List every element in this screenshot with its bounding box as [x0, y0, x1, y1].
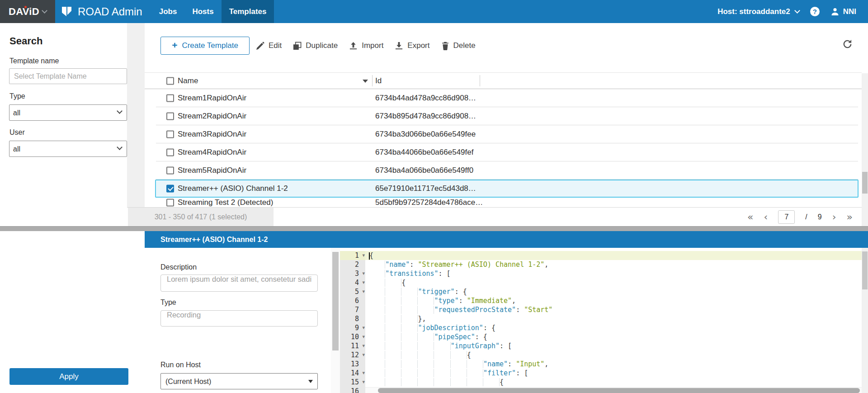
sidebar-gutter: [127, 23, 145, 207]
toolbar-actions: Edit Duplicate Import Export Delete: [256, 37, 476, 55]
type-label: Type: [160, 298, 176, 307]
table-row[interactable]: Stream4RapidOnAir6734ba44066be0a66e549fe…: [145, 143, 862, 161]
delete-label: Delete: [453, 41, 476, 50]
editor-line: 3▾ "transitions": [: [340, 269, 862, 278]
type-filter-label: Type: [9, 92, 25, 100]
row-checkbox[interactable]: [166, 95, 174, 102]
tab-hosts[interactable]: Hosts: [184, 0, 221, 23]
detail-form: Description Lorem ipsum dolor sit amet, …: [145, 248, 331, 393]
row-id: 6734b44ad478a9cc86d908…: [375, 94, 476, 103]
templates-list-panel: + Create Template Edit Duplicate Import: [145, 23, 862, 226]
row-checkbox[interactable]: [166, 199, 174, 206]
table-row[interactable]: Stream1RapidOnAir6734b44ad478a9cc86d908…: [145, 89, 862, 107]
code-line-text: "requestedProcState": "Start": [365, 305, 552, 314]
david-brand-menu[interactable]: DAViD: [0, 0, 55, 23]
edit-button[interactable]: Edit: [256, 41, 282, 50]
pagination-controls: « ‹ 7 / 9 › »: [747, 208, 853, 226]
total-pages: 9: [818, 213, 822, 221]
current-page-input[interactable]: 7: [778, 210, 795, 224]
line-number: 14▾: [340, 369, 365, 378]
user-filter-label: User: [9, 128, 25, 137]
help-icon[interactable]: ?: [810, 7, 820, 16]
pencil-icon: [256, 42, 264, 50]
fold-toggle-icon[interactable]: ▾: [362, 378, 365, 387]
template-name-input[interactable]: [9, 68, 127, 84]
fold-toggle-icon[interactable]: ▾: [362, 369, 365, 378]
table-row[interactable]: Stream3RapidOnAir6734ba3d066be0a66e549fe…: [145, 125, 862, 143]
run-on-host-select[interactable]: (Current Host): [160, 373, 318, 389]
select-all-checkbox[interactable]: [166, 77, 174, 85]
column-header-id[interactable]: Id: [375, 76, 382, 85]
road-logo-icon: [61, 5, 73, 18]
json-editor-lines: 1▾{2 "name": "Streamer++ (ASIO) Channel …: [340, 248, 862, 393]
person-icon: [830, 7, 840, 16]
panel-splitter[interactable]: [0, 226, 868, 231]
user-menu[interactable]: NNI: [830, 7, 856, 16]
tab-jobs[interactable]: Jobs: [151, 0, 185, 23]
export-button[interactable]: Export: [395, 41, 429, 50]
table-row[interactable]: Stream5RapidOnAir6734ba4a066be0a66e549ff…: [145, 161, 862, 180]
line-number: 9▾: [340, 323, 365, 332]
type-filter-select[interactable]: all: [9, 104, 127, 121]
column-header-name[interactable]: Name: [178, 76, 198, 85]
detail-scrollbar: [331, 248, 340, 393]
pagination-range: 301 - 350 of 417 (1 selected): [128, 208, 274, 226]
json-editor[interactable]: 1▾{2 "name": "Streamer++ (ASIO) Channel …: [340, 248, 868, 393]
detail-scrollbar-thumb[interactable]: [332, 252, 339, 350]
line-number: 2: [340, 260, 365, 269]
search-title: Search: [9, 35, 42, 47]
fold-toggle-icon[interactable]: ▾: [362, 341, 365, 350]
editor-hscrollbar: [365, 387, 862, 393]
editor-vscrollbar-thumb[interactable]: [862, 251, 868, 289]
tab-templates[interactable]: Templates: [222, 0, 274, 23]
import-label: Import: [362, 41, 383, 50]
line-number: 7: [340, 305, 365, 314]
row-checkbox[interactable]: [166, 185, 174, 193]
line-number: 5▾: [340, 287, 365, 296]
next-page-button[interactable]: ›: [832, 212, 836, 222]
import-button[interactable]: Import: [349, 41, 383, 50]
create-template-button[interactable]: + Create Template: [160, 37, 250, 55]
host-selector[interactable]: Host: sttroaddante2: [717, 7, 799, 16]
duplicate-label: Duplicate: [306, 41, 338, 50]
fold-toggle-icon[interactable]: ▾: [362, 323, 365, 332]
table-row[interactable]: Streamer++ (ASIO) Channel 1-265e71910e11…: [145, 180, 862, 198]
row-checkbox[interactable]: [166, 131, 174, 138]
table-row[interactable]: Streaming Test 2 (Detected)5d5bf9b972572…: [145, 198, 862, 207]
trash-icon: [441, 42, 449, 50]
row-name: Stream2RapidOnAir: [178, 112, 246, 121]
row-checkbox[interactable]: [166, 167, 174, 175]
line-number: 10▾: [340, 332, 365, 341]
first-page-button[interactable]: «: [747, 212, 753, 222]
last-page-button[interactable]: »: [847, 212, 853, 222]
editor-hscrollbar-thumb[interactable]: [378, 388, 860, 393]
code-line-text: },: [365, 314, 426, 323]
fold-toggle-icon[interactable]: ▾: [362, 332, 365, 341]
table-row[interactable]: Stream2RapidOnAir6734b895d478a9cc86d908…: [145, 107, 862, 125]
username: NNI: [843, 7, 856, 16]
duplicate-button[interactable]: Duplicate: [293, 41, 338, 50]
fold-toggle-icon[interactable]: ▾: [362, 350, 365, 360]
table-scrollbar-thumb[interactable]: [862, 172, 868, 194]
prev-page-button[interactable]: ‹: [764, 212, 768, 222]
row-checkbox[interactable]: [166, 149, 174, 156]
fold-toggle-icon[interactable]: ▾: [362, 287, 365, 296]
row-checkbox[interactable]: [166, 113, 174, 120]
user-filter-select[interactable]: all: [9, 141, 127, 157]
fold-toggle-icon[interactable]: ▾: [362, 269, 365, 278]
editor-line: 10▾ "pipeSpec": {: [340, 332, 862, 341]
column-divider: [480, 75, 480, 86]
code-line-text: "trigger": {: [365, 287, 467, 296]
fold-toggle-icon[interactable]: ▾: [362, 278, 365, 287]
editor-vscrollbar: [862, 248, 868, 387]
line-number: 1▾: [340, 251, 365, 260]
fold-toggle-icon[interactable]: ▾: [362, 251, 365, 260]
editor-line: 15▾ {: [340, 378, 862, 387]
apply-button[interactable]: Apply: [9, 368, 128, 385]
type-input[interactable]: Recording: [160, 310, 318, 327]
sort-desc-icon[interactable]: [363, 80, 368, 83]
row-id: 6734ba4a066be0a66e549ff0: [375, 166, 473, 175]
description-input[interactable]: Lorem ipsum dolor sit amet, consetetur s…: [160, 275, 318, 292]
refresh-button[interactable]: [842, 39, 853, 51]
delete-button[interactable]: Delete: [441, 41, 476, 50]
